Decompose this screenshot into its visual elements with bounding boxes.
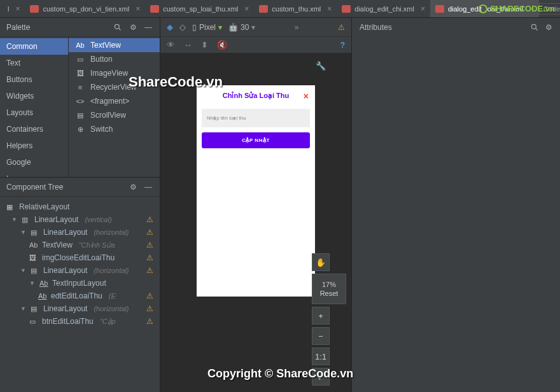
design-sub-toolbar: 👁 ↔ ⬍ 🔇 ? [160,37,351,53]
palette-cat-buttons[interactable]: Buttons [0,71,68,88]
tree-node-linearlayout-h1[interactable]: ▼▤LinearLayout(horizontal)⚠ [3,226,157,239]
xml-file-icon [435,5,444,13]
tree-node-relativelayout[interactable]: ▦RelativeLayout [3,200,157,213]
attributes-header: Attributes ⚙ [352,18,560,37]
palette-item-button[interactable]: ▭Button [69,52,160,66]
zoom-reset[interactable]: 17%Reset [312,274,346,304]
nowifi-icon[interactable]: 🔇 [217,40,227,50]
zoom-in-button[interactable]: + [312,307,330,325]
orientation-icon[interactable]: ◇ [179,22,186,32]
minimize-icon[interactable]: — [143,182,153,192]
palette-title: Palette [6,23,30,32]
xml-file-icon [150,5,159,13]
gear-icon[interactable]: ⚙ [545,23,552,32]
tab-file-4[interactable]: dialog_edit_chi.xml× [337,0,430,17]
warning-icon: ⚠ [146,317,153,326]
tree-node-linearlayout-h3[interactable]: ▼▤LinearLayout(horizontal)⚠ [3,302,157,315]
palette-header: Palette ⚙ — [0,18,160,37]
tree-node-linearlayout-h2[interactable]: ▼▤LinearLayout(horizontal)⚠ [3,264,157,277]
close-icon[interactable]: × [15,4,20,13]
tab-file-2[interactable]: custom_sp_loai_thu.xml× [145,0,254,17]
surface-select-icon[interactable]: ◆ [167,22,173,32]
close-icon[interactable]: × [421,4,425,13]
palette-cat-containers[interactable]: Containers [0,121,68,137]
close-icon[interactable]: × [244,4,249,13]
zoom-fit-button[interactable]: ⤢ [312,368,330,386]
fragment-icon: <> [75,97,85,106]
tree-node-edteditloaithu[interactable]: AbedtEditLoaiThu(E⚠ [3,290,157,302]
zoom-controls: ✋ 17%Reset + − 1:1 ⤢ [312,253,346,386]
palette-cat-google[interactable]: Google [0,154,68,171]
svg-point-0 [115,24,119,29]
api-dropdown[interactable]: 🤖30▾ [228,23,255,32]
xml-file-icon [342,5,351,13]
warning-icon: ⚠ [146,266,153,275]
eye-icon[interactable]: 👁 [167,40,175,50]
recyclerview-icon: ≡ [75,83,85,92]
tree-node-textinputlayout[interactable]: ▼AbTextInputLayout [3,277,157,290]
info-icon[interactable]: ? [340,41,345,50]
palette-cat-widgets[interactable]: Widgets [0,88,68,104]
tree-node-btneditloaithu[interactable]: ▭btnEditLoaiThu"Cập⚠ [3,315,157,328]
warning-icon[interactable]: ⚠ [338,23,345,32]
arrows-icon[interactable]: ↔ [184,40,192,50]
palette-categories: Common Text Buttons Widgets Layouts Cont… [0,37,69,177]
palette-item-fragment[interactable]: <><fragment> [69,94,160,108]
palette-item-switch[interactable]: ⊕Switch [69,122,160,136]
device-preview: Chỉnh Sửa Loại Thu × Nhập tên loại thu C… [197,85,315,297]
dialog-close-icon[interactable]: × [304,91,309,101]
warning-icon: ⚠ [146,215,153,224]
tree-node-imgclose[interactable]: 🖼imgCloseEditLoaiThu⚠ [3,251,157,264]
palette-item-scrollview[interactable]: ▤ScrollView [69,108,160,122]
dialog-title: Chỉnh Sửa Loại Thu [202,92,310,100]
svg-point-1 [531,24,536,29]
warning-icon: ⚠ [146,253,153,262]
tree-node-textview[interactable]: AbTextView"Chỉnh Sửa⚠ [3,239,157,251]
minimize-icon[interactable]: — [143,22,153,32]
palette-cat-layouts[interactable]: Layouts [0,104,68,121]
tab-partial[interactable]: l× [3,0,25,17]
close-icon[interactable]: × [327,4,332,13]
search-icon[interactable] [530,23,539,32]
component-tree: ▦RelativeLayout ▼▥LinearLayout(vertical)… [0,197,160,392]
device-dropdown[interactable]: ▯Pixel▾ [192,23,222,32]
scrollview-icon: ▤ [75,111,85,120]
warning-icon: ⚠ [146,304,153,313]
tree-node-linearlayout-v[interactable]: ▼▥LinearLayout(vertical)⚠ [3,213,157,226]
zoom-out-button[interactable]: − [312,327,330,345]
magnet-icon[interactable]: ⬍ [201,40,208,50]
tab-file-1[interactable]: custom_sp_don_vi_tien.xml× [25,0,145,17]
zoom-11-button[interactable]: 1:1 [312,347,330,365]
imageview-icon: 🖼 [75,69,85,78]
component-tree-header: Component Tree ⚙ — [0,178,160,197]
xml-file-icon [259,5,268,13]
warning-icon: ⚠ [146,291,153,300]
palette-item-imageview[interactable]: 🖼ImageView [69,66,160,80]
close-icon[interactable]: × [529,4,534,13]
dialog-update-button[interactable]: CẬP NHẬT [202,132,310,148]
dialog-input[interactable]: Nhập tên loại thu [202,109,310,127]
gear-icon[interactable]: ⚙ [128,182,138,192]
button-icon: ▭ [75,55,85,64]
textview-icon: Ab [75,41,85,50]
view-mode-switch: Code Split Desi [539,3,560,15]
close-icon[interactable]: × [136,4,140,13]
pan-icon[interactable]: ✋ [312,253,330,271]
palette-cat-text[interactable]: Text [0,55,68,71]
gear-icon[interactable]: ⚙ [128,22,138,32]
palette-item-recyclerview[interactable]: ≡RecyclerView [69,80,160,94]
tab-file-3[interactable]: custom_thu.xml× [254,0,337,17]
palette-cat-helpers[interactable]: Helpers [0,137,68,154]
palette-cat-common[interactable]: Common [0,38,68,55]
wrench-icon[interactable]: 🔧 [316,61,326,71]
warning-icon: ⚠ [146,228,153,237]
tab-file-5[interactable]: dialog_edit_loai_thu.xml× [430,0,539,17]
component-tree-title: Component Tree [6,183,63,192]
palette-items: AbTextView ▭Button 🖼ImageView ≡RecyclerV… [69,37,160,177]
search-icon[interactable] [113,22,123,32]
mode-code[interactable]: Code [539,3,560,15]
design-toolbar: ◆ ◇ ▯Pixel▾ 🤖30▾ » ⚠ [160,18,351,37]
design-canvas[interactable]: 🔧 Chỉnh Sửa Loại Thu × Nhập tên loại thu… [160,53,351,392]
palette-item-textview[interactable]: AbTextView [69,38,160,52]
attributes-title: Attributes [360,23,392,32]
